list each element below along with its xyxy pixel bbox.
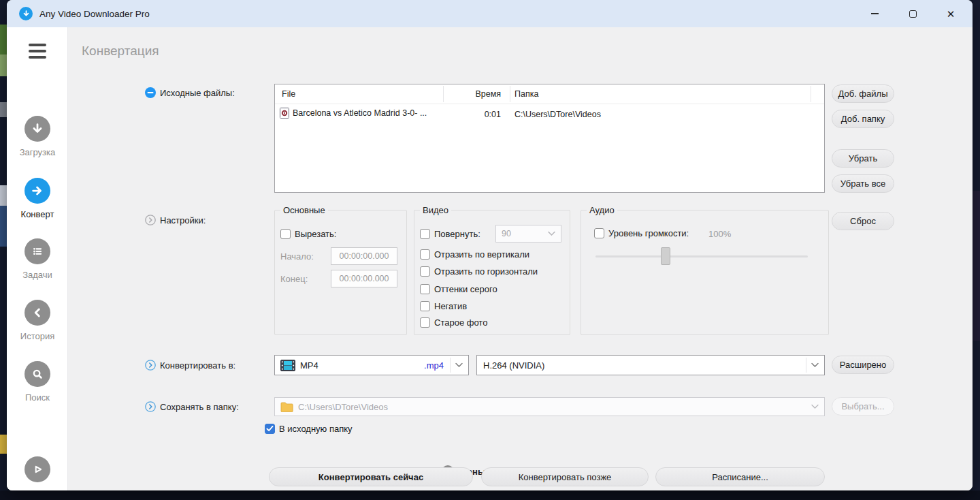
save-folder-select[interactable]: C:\Users\DTore\Videos [274, 397, 825, 416]
old-photo-label: Старое фото [434, 317, 487, 328]
flip-horizontal-checkbox[interactable] [420, 266, 430, 277]
group-video-title: Видео [420, 205, 451, 215]
app-window: Any Video Downloader Pro ✕ Загрузка Конв… [7, 0, 973, 490]
convert-arrow-icon [24, 178, 50, 204]
cut-checkbox[interactable] [280, 229, 291, 239]
sidebar-item-history[interactable]: История [7, 300, 68, 341]
chevron-down-icon [548, 232, 555, 236]
volume-value: 100% [708, 229, 731, 239]
flip-horizontal-row[interactable]: Отразить по горизонтали [420, 266, 538, 277]
source-files-label-row: Исходные файлы: [145, 87, 235, 98]
flip-vertical-checkbox[interactable] [420, 249, 430, 260]
same-folder-checkbox[interactable] [265, 424, 275, 434]
remove-all-button[interactable]: Убрать все [832, 174, 894, 193]
sidebar-item-label: История [20, 331, 54, 341]
grayscale-label: Оттенки серого [434, 284, 497, 294]
sidebar-item-convert[interactable]: Конверт [7, 178, 68, 219]
main-content: Конвертация Исходные файлы: File Время П… [68, 27, 973, 490]
app-logo-icon [19, 7, 33, 20]
chevron-circle-icon[interactable] [145, 401, 156, 412]
save-folder-path: C:\Users\DTore\Videos [298, 402, 388, 412]
group-audio-title: Аудио [587, 205, 617, 215]
tasks-list-icon [24, 238, 50, 264]
save-to-label-row: Сохранять в папку: [145, 401, 239, 412]
schedule-button[interactable]: Расписание... [655, 467, 825, 486]
column-header-folder[interactable]: Папка [514, 89, 538, 99]
desktop-patch [0, 206, 7, 247]
rotate-select[interactable]: 90 [495, 225, 561, 243]
volume-slider-handle[interactable] [661, 247, 670, 265]
negative-checkbox[interactable] [420, 301, 430, 311]
cut-label: Вырезать: [295, 229, 336, 239]
add-files-button[interactable]: Доб. файлы [832, 84, 894, 103]
browse-button[interactable]: Выбрать... [832, 397, 894, 416]
minimize-icon[interactable] [855, 0, 894, 27]
sidebar-item-search[interactable]: Поиск [7, 361, 68, 403]
download-icon [24, 116, 50, 142]
chevron-circle-icon[interactable] [145, 215, 156, 225]
column-header-time[interactable]: Время [443, 89, 501, 99]
settings-label-row: Настройки: [145, 215, 206, 225]
desktop-patch [0, 490, 980, 500]
rotate-label: Повернуть: [434, 229, 480, 239]
rotate-value: 90 [502, 229, 511, 238]
source-files-label: Исходные файлы: [160, 88, 235, 98]
maximize-icon[interactable] [894, 0, 932, 27]
reset-button[interactable]: Сброс [832, 212, 894, 230]
sidebar-item-download[interactable]: Загрузка [7, 116, 68, 157]
add-folder-button[interactable]: Доб. папку [832, 110, 894, 128]
advanced-button[interactable]: Расширено [832, 356, 894, 374]
old-photo-row[interactable]: Старое фото [420, 317, 487, 328]
sidebar-item-tasks[interactable]: Задачи [7, 238, 68, 280]
grayscale-checkbox[interactable] [420, 284, 430, 294]
column-header-file[interactable]: File [282, 89, 295, 99]
convert-now-button[interactable]: Конвертировать сейчас [269, 467, 473, 486]
column-divider [811, 86, 811, 102]
desktop-patch [973, 191, 980, 341]
sidebar-item-player[interactable] [7, 456, 68, 482]
search-icon [24, 361, 50, 387]
volume-slider[interactable] [595, 255, 808, 257]
volume-checkbox[interactable] [594, 228, 604, 238]
desktop-patch [0, 25, 7, 54]
sidebar: Загрузка Конверт Задачи [7, 27, 68, 490]
divider [806, 358, 806, 373]
chevron-circle-icon[interactable] [145, 360, 156, 371]
volume-checkbox-row[interactable]: Уровень громкости: [594, 228, 689, 238]
file-duration: 0:01 [443, 110, 501, 119]
start-time-input[interactable] [331, 247, 397, 265]
close-icon[interactable]: ✕ [932, 0, 970, 27]
volume-label: Уровень громкости: [608, 228, 689, 238]
convert-later-button[interactable]: Конвертировать позже [481, 467, 649, 486]
chevron-down-icon [811, 363, 819, 368]
same-folder-label: В исходную папку [279, 424, 353, 434]
sidebar-item-label: Загрузка [20, 147, 56, 157]
cut-checkbox-row[interactable]: Вырезать: [280, 229, 336, 239]
minus-circle-icon[interactable] [145, 87, 156, 98]
rotate-checkbox[interactable] [420, 229, 430, 239]
group-video: Видео Повернуть: 90 Отразить по вертикал… [414, 210, 570, 335]
negative-label: Негатив [434, 301, 467, 311]
rotate-checkbox-row[interactable]: Повернуть: [420, 229, 480, 239]
source-files-table[interactable]: File Время Папка Barcelona vs Atletico M… [274, 84, 825, 193]
flip-vertical-row[interactable]: Отразить по вертикали [420, 249, 529, 260]
save-to-label: Сохранять в папку: [160, 402, 239, 412]
same-folder-row[interactable]: В исходную папку [265, 424, 353, 434]
end-time-input[interactable] [331, 270, 397, 287]
format-select[interactable]: MP4 .mp4 [274, 355, 469, 375]
menu-icon[interactable] [26, 42, 49, 60]
codec-select[interactable]: H.264 (NVIDIA) [476, 355, 825, 375]
remove-button[interactable]: Убрать [832, 149, 894, 168]
convert-to-label: Конвертировать в: [160, 360, 235, 371]
table-row[interactable]: Barcelona vs Atletico Madrid 3-0- ... 0:… [275, 104, 824, 124]
old-photo-checkbox[interactable] [420, 317, 430, 328]
sidebar-item-label: Конверт [21, 209, 54, 219]
file-folder: C:\Users\DTore\Videos [514, 110, 601, 119]
grayscale-row[interactable]: Оттенки серого [420, 284, 497, 294]
sidebar-item-label: Поиск [25, 392, 50, 403]
end-label: Конец: [280, 274, 308, 284]
group-audio: Аудио Уровень громкости: 100% [581, 210, 829, 335]
group-basic: Основные Вырезать: Начало: Конец: [274, 210, 407, 335]
folder-icon [280, 402, 293, 412]
negative-row[interactable]: Негатив [420, 301, 467, 311]
